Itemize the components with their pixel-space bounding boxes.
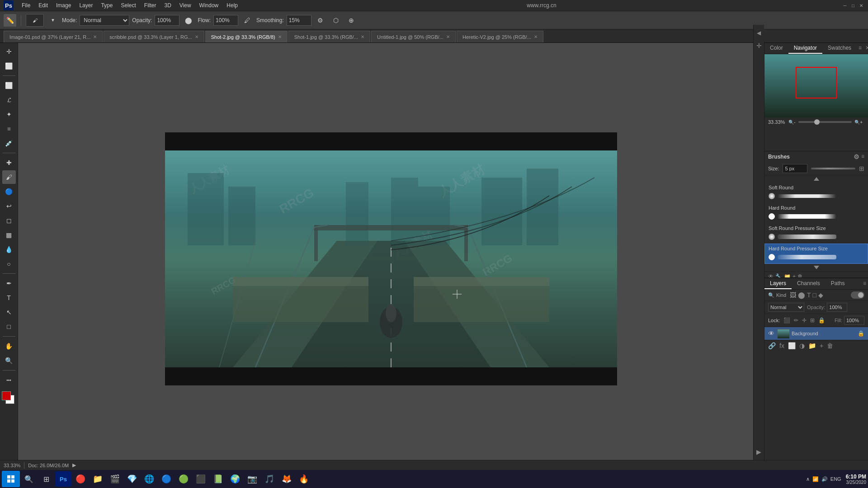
taskbar-ps-icon[interactable]: Ps <box>55 471 71 487</box>
lasso-tool[interactable]: 𝓛 <box>2 93 16 107</box>
layers-new-button[interactable]: + <box>820 342 823 349</box>
layers-folder-button[interactable]: 📁 <box>808 342 816 349</box>
tab-close-untitled[interactable]: ✕ <box>446 34 450 39</box>
menu-3d[interactable]: 3D <box>160 1 175 9</box>
brush-item-hard-round[interactable]: Hard Round <box>764 203 868 223</box>
menu-filter[interactable]: Filter <box>141 1 160 9</box>
menu-select[interactable]: Select <box>117 1 139 9</box>
taskbar-app7[interactable]: 📗 <box>210 471 226 487</box>
zoom-tool[interactable]: 🔍 <box>2 354 16 367</box>
opacity-input[interactable] <box>155 15 179 26</box>
tray-volume[interactable]: 🔊 <box>821 476 828 482</box>
eyedropper-tool[interactable]: 💉 <box>2 136 16 150</box>
taskbar-app5[interactable]: 🌐 <box>141 471 157 487</box>
brushes-size-slider[interactable] <box>811 168 855 169</box>
layer-visibility-eye[interactable]: 👁 <box>768 330 774 337</box>
lock-position-icon[interactable]: ✛ <box>802 317 807 324</box>
minimize-button[interactable]: ─ <box>842 2 848 9</box>
path-selection-tool[interactable]: ↖ <box>2 305 16 319</box>
taskbar-app2[interactable]: 🔴 <box>72 471 89 487</box>
symmetry-paint[interactable]: ⬡ <box>330 14 342 27</box>
taskbar-blender[interactable]: 🔵 <box>158 471 175 487</box>
smoothing-input[interactable] <box>287 15 311 26</box>
layers-filter-adjustment[interactable]: ⬤ <box>798 291 805 299</box>
lock-all-icon[interactable]: 🔒 <box>818 317 825 324</box>
artboard-tool[interactable]: ⬜ <box>2 59 16 73</box>
layers-filter-pixel[interactable]: 🖼 <box>790 291 796 299</box>
tab-heretic[interactable]: Heretic-V2.jpg @ 25% (RGB/... ✕ <box>457 31 543 42</box>
start-button[interactable] <box>2 471 20 487</box>
crop-tool[interactable]: ⌗ <box>2 122 16 136</box>
taskbar-app12[interactable]: 🔥 <box>296 471 312 487</box>
brushes-panel-settings[interactable]: ⚙ <box>854 153 859 160</box>
taskbar-explorer[interactable]: 📁 <box>90 471 106 487</box>
brushes-panel-menu[interactable]: ≡ <box>861 153 864 160</box>
menu-help[interactable]: Help <box>223 1 241 9</box>
clock[interactable]: 6:10 PM 3/25/2020 <box>846 474 866 485</box>
canvas-image[interactable]: 人人素材 RRCG 人人素材 RRCG 人人素材 RRCG <box>165 132 617 385</box>
taskbar-app4[interactable]: 💎 <box>124 471 140 487</box>
close-button[interactable]: ✕ <box>858 2 864 9</box>
brush-tool[interactable]: 🖌 <box>2 170 16 184</box>
layers-adjustment-button[interactable]: ◑ <box>799 342 805 349</box>
layer-row-background[interactable]: 👁 Background 🔒 <box>764 327 868 340</box>
lock-transparent-icon[interactable]: ⬛ <box>783 317 790 324</box>
tab-layers[interactable]: Layers <box>764 278 792 289</box>
taskbar-browser[interactable]: 🟢 <box>175 471 192 487</box>
layers-filter-shape[interactable]: □ <box>813 291 816 299</box>
tab-close-shot1[interactable]: ✕ <box>361 34 364 39</box>
foreground-color-swatch[interactable] <box>2 391 11 400</box>
tab-untitled[interactable]: Untitled-1.jpg @ 50% (RGB/... ✕ <box>371 31 456 42</box>
brush-delete-icon[interactable]: 🗑 <box>797 273 803 278</box>
panel-top-close[interactable]: ✕ <box>863 43 868 54</box>
tab-scribble[interactable]: scribble.psd @ 33.3% (Layer 1, RG... ✕ <box>104 31 204 42</box>
zoom-out-icon[interactable]: 🔍- <box>788 120 795 125</box>
brush-tool-button[interactable]: ✏️ <box>4 14 16 27</box>
mode-select[interactable]: Normal <box>80 15 129 26</box>
flow-input[interactable] <box>213 15 238 26</box>
tab-close-scribble[interactable]: ✕ <box>195 34 198 39</box>
brush-folder-icon[interactable]: 📁 <box>784 273 791 278</box>
menu-image[interactable]: Image <box>52 1 75 9</box>
eraser-tool[interactable]: ◻ <box>2 214 16 227</box>
tab-shot2[interactable]: Shot-2.jpg @ 33.3% (RGB/8) ✕ <box>205 31 288 42</box>
quick-select-tool[interactable]: ✦ <box>2 108 16 121</box>
tab-image01[interactable]: Image-01.psd @ 37% (Layer 21, R... ✕ <box>4 31 103 42</box>
history-brush-tool[interactable]: ↩ <box>2 199 16 213</box>
brush-preset-picker[interactable]: 🖌 <box>26 14 44 27</box>
brushes-size-toggle[interactable]: ⊞ <box>859 165 864 172</box>
lock-artboard-icon[interactable]: ⊞ <box>810 317 815 324</box>
layers-fx-button[interactable]: fx <box>779 342 784 349</box>
brush-item-hard-round-pressure[interactable]: Hard Round Pressure Size <box>764 244 868 264</box>
maximize-button[interactable]: □ <box>850 2 856 9</box>
extra-tools[interactable]: ••• <box>2 373 16 387</box>
layers-filter-smartobject[interactable]: ◆ <box>818 291 823 299</box>
zoom-in-icon[interactable]: 🔍+ <box>854 120 863 125</box>
pressure-size[interactable]: ⊕ <box>345 14 358 27</box>
layers-panel-menu[interactable]: ≡ <box>861 278 868 289</box>
blur-tool[interactable]: 💧 <box>2 243 16 256</box>
tab-color[interactable]: Color <box>764 43 788 54</box>
gradient-tool[interactable]: ▦ <box>2 228 16 242</box>
pen-tool[interactable]: ✒ <box>2 277 16 290</box>
menu-type[interactable]: Type <box>97 1 116 9</box>
tab-swatches[interactable]: Swatches <box>822 43 857 54</box>
zoom-slider[interactable] <box>798 121 852 123</box>
menu-view[interactable]: View <box>176 1 195 9</box>
taskbar-search[interactable]: 🔍 <box>21 471 37 487</box>
move-tool[interactable]: ✛ <box>2 45 16 58</box>
tab-channels[interactable]: Channels <box>792 278 826 289</box>
opacity-always-on[interactable]: ⬤ <box>182 14 195 27</box>
menu-window[interactable]: Window <box>196 1 222 9</box>
brush-item-soft-round[interactable]: Soft Round <box>764 183 868 203</box>
taskbar-app3[interactable]: 🎬 <box>107 471 123 487</box>
hand-tool[interactable]: ✋ <box>2 339 16 353</box>
zoom-slider-thumb[interactable] <box>814 119 820 125</box>
taskbar-app11[interactable]: 🦊 <box>278 471 295 487</box>
brush-settings-icon[interactable]: 🔧 <box>775 273 782 278</box>
panel-top-menu[interactable]: ≡ <box>857 43 863 54</box>
layers-delete-button[interactable]: 🗑 <box>827 342 833 349</box>
healing-brush-tool[interactable]: ✚ <box>2 156 16 169</box>
tab-close-heretic[interactable]: ✕ <box>534 34 538 39</box>
layers-filter-type[interactable]: T <box>807 291 811 299</box>
